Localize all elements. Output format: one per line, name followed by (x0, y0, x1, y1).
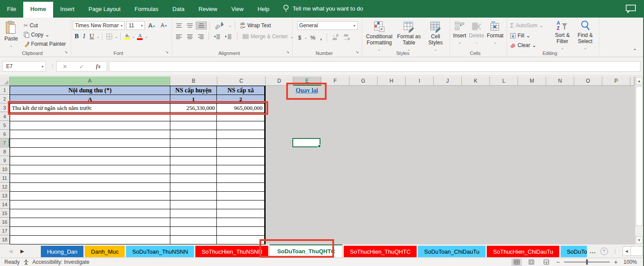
find-select-button[interactable]: Find & Select ⌄ (574, 20, 597, 51)
row-header-15[interactable]: 15 (0, 209, 10, 218)
cell-A6[interactable] (10, 130, 170, 139)
column-header-J[interactable]: J (434, 77, 462, 86)
column-header-C[interactable]: C (217, 77, 266, 86)
format-cells-button[interactable]: Format ⌄ (486, 20, 504, 47)
cell-B16[interactable] (170, 218, 217, 227)
sheet-tab-Huong_Dan[interactable]: Huong_Dan (41, 246, 83, 257)
row-header-2[interactable]: 2 (0, 95, 10, 103)
top-align-button[interactable] (174, 22, 184, 29)
paste-button[interactable]: Paste ⌄ (2, 20, 21, 50)
zoom-in-button[interactable]: + (614, 260, 618, 264)
cell-A18[interactable] (10, 236, 170, 244)
cut-button[interactable]: ✂ Cut (22, 22, 67, 29)
fill-handle[interactable] (318, 145, 321, 148)
bold-button[interactable]: B (73, 33, 80, 40)
font-color-button[interactable]: A (136, 33, 144, 40)
cell-A11[interactable] (10, 174, 170, 183)
comma-style-button[interactable]: , (319, 33, 324, 42)
insert-cells-button[interactable]: Insert ⌄ (452, 20, 467, 47)
cell-A8[interactable] (10, 148, 170, 157)
ribbon-tab-page-layout[interactable]: Page Layout (82, 1, 128, 18)
sheet-tab-SoDuToan_ThuNSNN[interactable]: SoDuToan_ThuNSNN (126, 246, 194, 257)
column-header-O[interactable]: O (574, 77, 602, 86)
italic-button[interactable]: I (81, 33, 87, 40)
row-header-6[interactable]: 6 (0, 130, 10, 138)
cell-A13[interactable] (10, 192, 170, 200)
wrap-text-button[interactable]: abc↵ Wrap Text (239, 21, 272, 30)
column-header-P[interactable]: P (602, 77, 630, 86)
font-color-dropdown[interactable]: ⌄ (145, 35, 148, 39)
cell-B13[interactable] (170, 192, 217, 200)
column-header-I[interactable]: I (406, 77, 434, 86)
vertical-scrollbar[interactable]: ▲ ▼ (635, 77, 643, 244)
number-format-combo[interactable]: General ▾ (297, 21, 358, 30)
row-header-3[interactable]: 3 (0, 103, 10, 112)
cell-B3[interactable]: 256,330,000 (170, 104, 217, 113)
cell-B7[interactable] (170, 139, 217, 148)
copy-dropdown[interactable]: ⌄ (45, 32, 50, 38)
cell-B2[interactable]: 1 (170, 95, 217, 104)
underline-dropdown[interactable]: ⌄ (97, 35, 100, 39)
cell-A1[interactable]: Nội dung thu (*) (10, 86, 170, 95)
number-dialog-launcher[interactable]: ↘ (354, 49, 360, 55)
copy-button[interactable]: Copy ⌄ (22, 31, 67, 39)
increase-indent-button[interactable] (223, 33, 234, 40)
column-header-E[interactable]: E (293, 77, 321, 86)
row-header-4[interactable]: 4 (0, 112, 10, 121)
ribbon-tab-file[interactable]: File (0, 1, 23, 18)
cell-B12[interactable] (170, 183, 217, 192)
tab-scroll-left-arrow[interactable]: ◀ (9, 248, 12, 254)
cell-C3[interactable]: 965,000,000 (217, 104, 265, 113)
column-header-N[interactable]: N (546, 77, 574, 86)
cell-B10[interactable] (170, 165, 217, 174)
format-as-table-button[interactable]: Format as Table ⌄ (396, 20, 422, 54)
cell-C1[interactable]: NS cấp xã (217, 86, 265, 95)
cell-A5[interactable] (10, 121, 170, 130)
percent-style-button[interactable]: % (309, 33, 317, 42)
orientation-button[interactable]: ab◢ (212, 18, 226, 32)
cell-C12[interactable] (217, 183, 265, 192)
column-header-K[interactable]: K (462, 77, 490, 86)
borders-dropdown[interactable]: ⌄ (115, 35, 118, 39)
insert-function-button[interactable]: fx (96, 63, 101, 70)
cell-A3[interactable]: Thu kết dư từ ngân sách năm trước (10, 104, 170, 113)
increase-font-button[interactable]: A▲ (147, 21, 157, 30)
cell-C7[interactable] (217, 139, 265, 148)
cell-A17[interactable] (10, 227, 170, 236)
cell-B14[interactable] (170, 200, 217, 209)
cell-C9[interactable] (217, 157, 265, 165)
sheet-tab-Danh_Muc[interactable]: Danh_Muc (85, 246, 125, 257)
collapse-ribbon-button[interactable]: ⌃ (633, 48, 637, 54)
conditional-formatting-button[interactable]: ≠ Conditional Formatting ⌄ (365, 20, 393, 54)
row-header-9[interactable]: 9 (0, 156, 10, 165)
align-left-button[interactable] (174, 33, 184, 40)
middle-align-button[interactable] (185, 22, 195, 29)
cell-C4[interactable] (217, 113, 265, 121)
font-dialog-launcher[interactable]: ↘ (164, 49, 170, 55)
cell-C15[interactable] (217, 209, 265, 218)
cell-C16[interactable] (217, 218, 265, 227)
tell-me-box[interactable]: Tell me what you want to do (277, 4, 369, 18)
column-header-A[interactable]: A (10, 77, 170, 86)
decrease-indent-button[interactable] (212, 33, 222, 40)
orientation-dropdown[interactable]: ⌄ (229, 24, 232, 28)
zoom-level[interactable]: 100% (622, 259, 637, 265)
increase-decimal-button[interactable]: ←.0.00 (330, 33, 340, 42)
column-header-D[interactable]: D (266, 77, 293, 86)
fill-color-button[interactable] (123, 33, 131, 40)
cell-C8[interactable] (217, 148, 265, 157)
cell-A4[interactable] (10, 113, 170, 121)
scroll-left-arrow[interactable]: ◀ (622, 246, 631, 256)
clear-button[interactable]: Clear ⌄ (509, 41, 551, 49)
column-header-B[interactable]: B (170, 77, 217, 86)
font-size-combo[interactable]: 11 ▾ (126, 21, 145, 30)
fill-color-dropdown[interactable]: ⌄ (132, 35, 135, 39)
ribbon-tab-review[interactable]: Review (191, 1, 224, 18)
sheet-tab-SoDuToan_ThuQHTC[interactable]: SoDuToan_ThuQHTC (270, 244, 342, 257)
name-box[interactable]: E7 ▾ (2, 61, 46, 72)
sort-filter-button[interactable]: A Z Sort & Filter ⌄ (551, 20, 574, 51)
cell-C17[interactable] (217, 227, 265, 236)
merge-center-button[interactable]: Merge & Center ⌄ (241, 33, 295, 40)
row-header-11[interactable]: 11 (0, 174, 10, 182)
cell-B4[interactable] (170, 113, 217, 121)
